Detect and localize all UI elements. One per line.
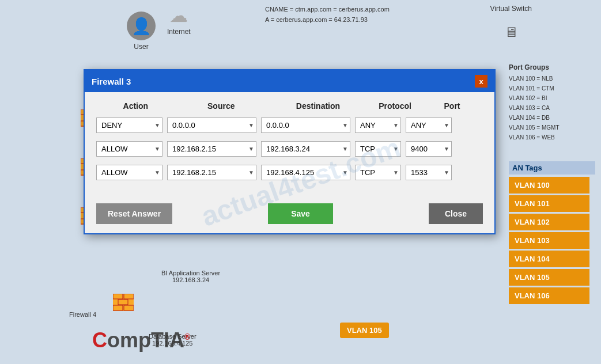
modal-overlay: Firewall 3 x Action Source Destination P… (0, 0, 601, 364)
row3-source-select[interactable]: 0.0.0.0 192.168.2.15 (167, 165, 256, 180)
row2-source-wrap: 0.0.0.0 192.168.2.15 ▼ (167, 141, 256, 157)
col-header-action: Action (99, 101, 173, 111)
table-row-2: DENY ALLOW ▼ 0.0.0.0 192.168.2.15 ▼ 0.0.… (96, 141, 483, 157)
row2-dest-wrap: 0.0.0.0 192.168.3.24 ▼ (261, 141, 350, 157)
table-header: Action Source Destination Protocol Port (96, 101, 483, 111)
row1-proto-wrap: ANY TCP ▼ (355, 117, 401, 133)
row1-source-wrap: 0.0.0.0 192.168.2.15 ▼ (167, 117, 256, 133)
modal-header: Firewall 3 x (85, 70, 494, 92)
row3-proto-wrap: ANY TCP ▼ (355, 165, 401, 180)
row2-port-wrap: ANY 9400 ▼ (406, 141, 452, 157)
modal-body: Action Source Destination Protocol Port … (85, 92, 494, 198)
row3-port-wrap: ANY 9400 1533 ▼ (406, 165, 452, 180)
row1-port-wrap: ANY 9400 ▼ (406, 117, 452, 133)
row2-action-select[interactable]: DENY ALLOW (96, 141, 162, 157)
col-header-port: Port (424, 101, 481, 111)
row3-source-wrap: 0.0.0.0 192.168.2.15 ▼ (167, 165, 256, 180)
modal-title: Firewall 3 (92, 77, 131, 86)
col-header-source: Source (173, 101, 270, 111)
row3-action-wrap: DENY ALLOW ▼ (96, 165, 162, 180)
row1-dest-select[interactable]: 0.0.0.0 192.168.3.24 (261, 117, 350, 133)
table-row-3: DENY ALLOW ▼ 0.0.0.0 192.168.2.15 ▼ 0.0.… (96, 165, 483, 180)
close-button[interactable]: Close (429, 203, 483, 224)
row3-action-select[interactable]: DENY ALLOW (96, 165, 162, 180)
row1-port-select[interactable]: ANY 9400 (406, 117, 452, 133)
save-button[interactable]: Save (268, 203, 333, 224)
row2-source-select[interactable]: 0.0.0.0 192.168.2.15 (167, 141, 256, 157)
row1-dest-wrap: 0.0.0.0 192.168.3.24 ▼ (261, 117, 350, 133)
row3-dest-select[interactable]: 0.0.0.0 192.168.3.24 192.168.4.125 (261, 165, 350, 180)
firewall3-dialog: Firewall 3 x Action Source Destination P… (84, 69, 496, 234)
modal-close-button[interactable]: x (475, 75, 487, 88)
row3-port-select[interactable]: ANY 9400 1533 (406, 165, 452, 180)
row3-proto-select[interactable]: ANY TCP (355, 165, 401, 180)
row1-action-select[interactable]: DENY ALLOW (96, 117, 162, 133)
table-row-1: DENY ALLOW ▼ 0.0.0.0 192.168.2.15 ▼ 0.0.… (96, 117, 483, 133)
row2-proto-select[interactable]: ANY TCP (355, 141, 401, 157)
modal-footer: Reset Answer Save Close (85, 198, 494, 233)
row2-dest-select[interactable]: 0.0.0.0 192.168.3.24 (261, 141, 350, 157)
row2-action-wrap: DENY ALLOW ▼ (96, 141, 162, 157)
col-header-destination: Destination (270, 101, 366, 111)
reset-answer-button[interactable]: Reset Answer (96, 203, 172, 224)
row1-proto-select[interactable]: ANY TCP (355, 117, 401, 133)
row2-port-select[interactable]: ANY 9400 (406, 141, 452, 157)
row1-source-select[interactable]: 0.0.0.0 192.168.2.15 (167, 117, 256, 133)
row2-proto-wrap: ANY TCP ▼ (355, 141, 401, 157)
row1-action-wrap: DENY ALLOW ▼ (96, 117, 162, 133)
col-header-protocol: Protocol (366, 101, 424, 111)
row3-dest-wrap: 0.0.0.0 192.168.3.24 192.168.4.125 ▼ (261, 165, 350, 180)
